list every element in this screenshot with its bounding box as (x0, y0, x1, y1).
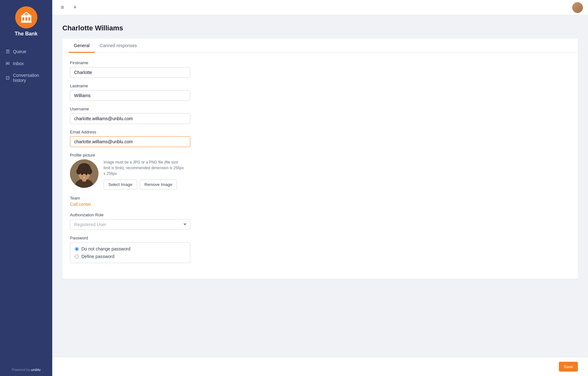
user-avatar[interactable] (572, 2, 583, 13)
team-label: Team (70, 196, 570, 200)
firstname-label: Firstname (70, 60, 570, 65)
profile-pic-section: Image must be a JPG or a PNG file (file … (70, 159, 570, 189)
firstname-input[interactable] (70, 67, 190, 78)
select-image-button[interactable]: Select Image (104, 180, 137, 189)
profile-avatar (70, 159, 98, 188)
sidebar-nav: ☰ Queue ✉ Inbox ⊡ Conversation history (0, 46, 52, 86)
email-input[interactable] (70, 136, 190, 147)
footer-bar: Save (52, 357, 588, 376)
svg-point-17 (85, 173, 87, 175)
team-link[interactable]: Call center (70, 202, 91, 207)
content-area: Charlotte Williams General Canned respon… (52, 15, 588, 357)
password-define-option[interactable]: Define password (75, 254, 186, 259)
plus-icon: + (73, 4, 77, 11)
username-label: Username (70, 107, 570, 111)
profile-picture-label: Profile picture (70, 153, 570, 157)
svg-rect-3 (28, 17, 30, 21)
profile-pic-buttons: Select Image Remove Image (104, 180, 570, 189)
form-body: Firstname Lastname Username Email Addres… (62, 53, 578, 279)
inbox-icon: ✉ (6, 61, 10, 66)
password-box: Do not change password Define password (70, 242, 190, 263)
password-no-change-label: Do not change password (81, 246, 130, 251)
lastname-label: Lastname (70, 83, 570, 88)
save-button[interactable]: Save (559, 362, 578, 372)
tab-general[interactable]: General (69, 39, 95, 53)
hamburger-icon: ≡ (61, 4, 64, 11)
lastname-group: Lastname (70, 83, 570, 101)
username-group: Username (70, 107, 570, 124)
sidebar-item-inbox[interactable]: ✉ Inbox (0, 58, 52, 70)
tab-canned-responses[interactable]: Canned responses (95, 39, 142, 53)
sidebar-item-conversation-history[interactable]: ⊡ Conversation history (0, 70, 52, 86)
email-group: Email Address (70, 130, 570, 147)
svg-rect-5 (21, 22, 32, 23)
password-no-change-option[interactable]: Do not change password (75, 246, 186, 251)
firstname-group: Firstname (70, 60, 570, 78)
main-area: ≡ + Charlotte Williams General Canned re… (52, 0, 588, 376)
svg-point-15 (79, 163, 90, 171)
password-group: Password Do not change password Define p… (70, 236, 570, 263)
topbar: ≡ + (52, 0, 588, 15)
page-title: Charlotte Williams (62, 24, 578, 32)
email-label: Email Address (70, 130, 570, 134)
brand-logo: $ (15, 6, 37, 28)
tab-bar: General Canned responses (62, 39, 578, 53)
sidebar-item-label-queue: Queue (13, 49, 26, 54)
avatar-image (572, 2, 583, 13)
username-input[interactable] (70, 113, 190, 124)
sidebar-item-queue[interactable]: ☰ Queue (0, 46, 52, 58)
main-card: General Canned responses Firstname Lastn… (62, 39, 578, 279)
queue-icon: ☰ (6, 49, 10, 54)
svg-rect-1 (22, 17, 24, 21)
history-icon: ⊡ (6, 75, 10, 81)
svg-rect-2 (25, 17, 27, 21)
lastname-input[interactable] (70, 90, 190, 101)
profile-picture-group: Profile picture (70, 153, 570, 189)
password-label: Password (70, 236, 570, 240)
svg-point-16 (81, 173, 83, 175)
password-define-label: Define password (81, 254, 114, 259)
auth-role-select[interactable]: Registered User (70, 219, 190, 230)
remove-image-button[interactable]: Remove Image (140, 180, 177, 189)
svg-text:$: $ (26, 14, 27, 16)
sidebar-footer: Powered by unblu (7, 363, 45, 376)
auth-role-label: Authorization Role (70, 213, 570, 217)
brand-name: The Bank (15, 31, 37, 37)
sidebar-item-label-history: Conversation history (13, 73, 47, 83)
add-button[interactable]: + (70, 3, 80, 13)
team-group: Team Call center (70, 196, 570, 207)
auth-role-group: Authorization Role Registered User (70, 213, 570, 230)
password-define-radio[interactable] (75, 255, 79, 259)
sidebar-item-label-inbox: Inbox (13, 61, 24, 66)
password-no-change-radio[interactable] (75, 247, 79, 251)
sidebar: $ The Bank ☰ Queue ✉ Inbox ⊡ Conversatio… (0, 0, 52, 376)
profile-pic-info: Image must be a JPG or a PNG file (file … (104, 159, 570, 189)
profile-pic-hint: Image must be a JPG or a PNG file (file … (104, 159, 186, 176)
menu-button[interactable]: ≡ (57, 3, 67, 13)
